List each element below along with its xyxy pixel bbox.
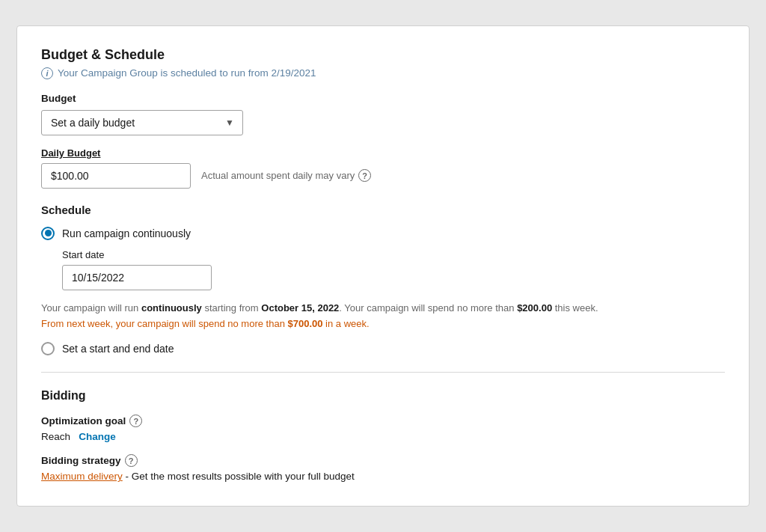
help-icon-optimization[interactable]: ? xyxy=(129,415,142,427)
schedule-title: Schedule xyxy=(41,204,725,216)
daily-budget-hint: Actual amount spent daily may vary ? xyxy=(201,169,371,182)
start-date-input[interactable] xyxy=(62,265,212,290)
campaign-info-part2: starting from xyxy=(202,302,261,314)
start-date-label: Start date xyxy=(62,249,725,260)
budget-label: Budget xyxy=(41,93,725,104)
bidding-strategy-label-row: Bidding strategy ? xyxy=(41,454,725,467)
help-icon-bidding[interactable]: ? xyxy=(125,454,138,467)
optimization-goal-label: Optimization goal xyxy=(41,415,126,426)
bidding-strategy-desc: - Get the most results possible with you… xyxy=(123,471,355,482)
radio-continuous-label: Run campaign continuously xyxy=(62,227,191,239)
budget-dropdown-wrapper[interactable]: Set a daily budget ▼ xyxy=(41,110,243,135)
campaign-info-amount2: $700.00 xyxy=(288,318,323,329)
bidding-section: Bidding Optimization goal ? Reach Change… xyxy=(41,389,725,482)
schedule-section: Schedule Run campaign continuously Start… xyxy=(41,204,725,356)
budget-schedule-title: Budget & Schedule xyxy=(41,47,725,63)
optimization-goal-label-row: Optimization goal ? xyxy=(41,415,725,427)
campaign-info-part1: Your campaign will run xyxy=(41,302,141,314)
bidding-strategy-label: Bidding strategy xyxy=(41,455,121,466)
daily-budget-hint-text: Actual amount spent daily may vary xyxy=(201,170,355,181)
campaign-info-from-next-week: From next week, your campaign will spend… xyxy=(41,318,288,329)
main-card: Budget & Schedule i Your Campaign Group … xyxy=(16,25,750,507)
campaign-info-amount1: $200.00 xyxy=(517,302,552,314)
campaign-info-part4: this week. xyxy=(552,302,598,314)
daily-budget-sublabel: Daily Budget xyxy=(41,147,725,159)
campaign-schedule-info-row: i Your Campaign Group is scheduled to ru… xyxy=(41,67,725,79)
daily-budget-subsection: Daily Budget Actual amount spent daily m… xyxy=(41,147,725,189)
radio-start-end-option[interactable]: Set a start and end date xyxy=(41,342,725,355)
bidding-title: Bidding xyxy=(41,389,725,403)
radio-start-end-btn[interactable] xyxy=(41,342,55,355)
radio-continuous-option[interactable]: Run campaign continuously xyxy=(41,227,725,240)
optimization-goal-value-row: Reach Change xyxy=(41,431,725,442)
campaign-info-text: Your campaign will run continuously star… xyxy=(41,301,655,332)
campaign-info-date: October 15, 2022 xyxy=(261,302,339,314)
section-divider xyxy=(41,372,725,373)
start-date-section: Start date xyxy=(62,249,725,290)
optimization-goal-value: Reach xyxy=(41,431,70,442)
bidding-strategy-link[interactable]: Maximum delivery xyxy=(41,471,123,482)
change-link[interactable]: Change xyxy=(79,431,116,442)
help-icon-budget[interactable]: ? xyxy=(358,169,371,182)
info-icon: i xyxy=(41,67,53,79)
bidding-strategy-value-row: Maximum delivery - Get the most results … xyxy=(41,471,725,482)
campaign-info-continuously: continuously xyxy=(141,302,202,314)
campaign-schedule-info-text: Your Campaign Group is scheduled to run … xyxy=(58,67,316,79)
radio-continuous-btn[interactable] xyxy=(41,227,55,240)
campaign-info-part5: in a week. xyxy=(323,318,370,329)
radio-start-end-label: Set a start and end date xyxy=(62,343,174,355)
daily-budget-input[interactable] xyxy=(41,163,191,189)
budget-dropdown[interactable]: Set a daily budget xyxy=(41,110,243,135)
daily-budget-input-row: Actual amount spent daily may vary ? xyxy=(41,163,725,189)
campaign-info-part3: . Your campaign will spend no more than xyxy=(339,302,517,314)
